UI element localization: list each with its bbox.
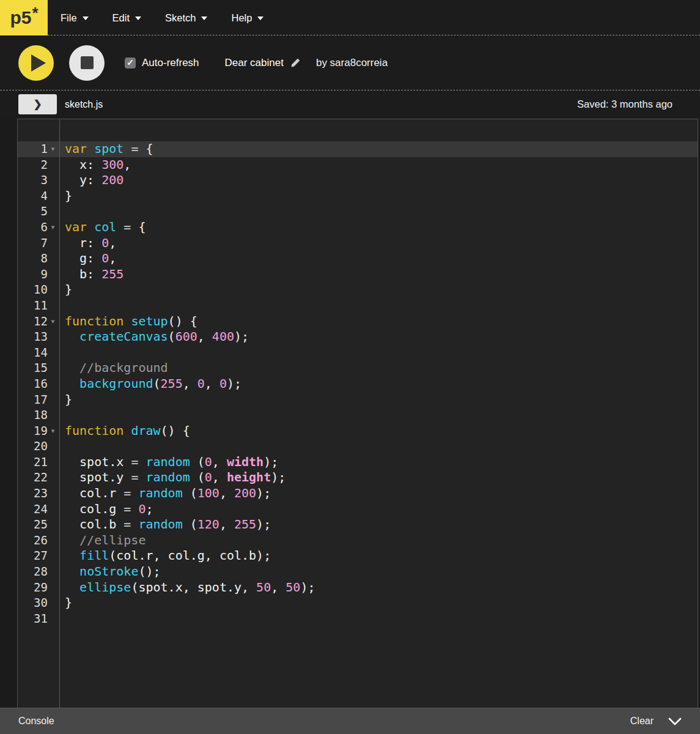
- edit-pencil-icon[interactable]: [290, 57, 301, 68]
- line-number: 4: [41, 188, 48, 204]
- menu-sketch[interactable]: Sketch: [163, 9, 210, 28]
- gutter-cell: 22: [18, 470, 60, 486]
- line-number: 1: [41, 141, 48, 157]
- gutter-cell: 11: [18, 298, 60, 314]
- fold-arrow-icon[interactable]: ▾: [48, 314, 58, 330]
- code-text: }: [60, 392, 72, 408]
- code-line[interactable]: 8 g: 0,: [18, 251, 698, 267]
- chevron-right-icon: ❯: [33, 98, 42, 111]
- tab-sketch-js[interactable]: sketch.js: [65, 99, 103, 110]
- code-line[interactable]: 19▾function draw() {: [18, 423, 698, 439]
- p5-logo[interactable]: p5*: [0, 0, 48, 35]
- code-line[interactable]: 27 fill(col.r, col.g, col.b);: [18, 548, 698, 564]
- play-icon: [31, 54, 46, 72]
- code-line[interactable]: 13 createCanvas(600, 400);: [18, 329, 698, 345]
- code-line[interactable]: 3 y: 200: [18, 172, 698, 188]
- code-line[interactable]: 31: [18, 611, 698, 627]
- checkmark-icon: ✓: [125, 57, 136, 68]
- line-number: 3: [41, 172, 48, 188]
- code-line[interactable]: 12▾function setup() {: [18, 314, 698, 330]
- play-button[interactable]: [18, 45, 54, 81]
- code-text: [60, 407, 65, 423]
- menu-edit[interactable]: Edit: [110, 9, 144, 28]
- code-line[interactable]: 23 col.r = random (100, 200);: [18, 486, 698, 502]
- line-number: 25: [34, 517, 48, 533]
- dropdown-arrow-icon: [135, 17, 141, 20]
- fold-arrow-icon[interactable]: ▾: [48, 220, 58, 235]
- code-text: fill(col.r, col.g, col.b);: [60, 548, 271, 564]
- code-text: //ellipse: [60, 533, 146, 549]
- line-number: 18: [34, 407, 48, 423]
- stop-icon: [81, 56, 94, 69]
- code-line[interactable]: 2 x: 300,: [18, 157, 698, 173]
- code-line[interactable]: 22 spot.y = random (0, height);: [18, 470, 698, 486]
- toolbar: ✓ Auto-refresh Dear cabinet by sara8corr…: [0, 35, 700, 91]
- gutter-cell: 31: [18, 611, 60, 627]
- menu-help[interactable]: Help: [229, 9, 266, 28]
- code-line[interactable]: 20: [18, 439, 698, 454]
- gutter-cell: 21: [18, 454, 60, 470]
- line-number: 31: [34, 611, 48, 627]
- project-name[interactable]: Dear cabinet: [225, 57, 284, 69]
- code-line[interactable]: 18: [18, 407, 698, 423]
- console-header[interactable]: Console Clear: [0, 708, 700, 734]
- fold-arrow-icon[interactable]: ▾: [48, 141, 58, 157]
- author-link[interactable]: by sara8correia: [316, 57, 388, 69]
- line-number: 14: [34, 345, 48, 361]
- code-lines-container: 1▾var spot = {2 x: 300,3 y: 2004}56▾var …: [18, 119, 698, 626]
- gutter-cell: 28: [18, 564, 60, 580]
- code-line[interactable]: 25 col.b = random (120, 255);: [18, 517, 698, 533]
- code-line[interactable]: 6▾var col = {: [18, 220, 698, 235]
- code-line[interactable]: 1▾var spot = {: [18, 141, 698, 157]
- code-line[interactable]: 4}: [18, 188, 698, 204]
- gutter-cell: 8: [18, 251, 60, 267]
- code-line[interactable]: 24 col.g = 0;: [18, 502, 698, 517]
- gutter-cell: 6▾: [18, 220, 60, 235]
- console-clear-button[interactable]: Clear: [630, 716, 654, 727]
- gutter-cell: 5: [18, 204, 60, 220]
- code-line[interactable]: 14: [18, 345, 698, 361]
- code-line[interactable]: 30}: [18, 595, 698, 611]
- code-line[interactable]: 28 noStroke();: [18, 564, 698, 580]
- code-text: y: 200: [60, 172, 123, 188]
- line-number: 21: [34, 454, 48, 470]
- gutter-cell: 25: [18, 517, 60, 533]
- auto-refresh-toggle[interactable]: ✓ Auto-refresh: [125, 57, 199, 69]
- stop-button[interactable]: [69, 45, 105, 81]
- code-line[interactable]: 15 //background: [18, 360, 698, 376]
- code-text: [60, 298, 65, 314]
- line-number: 30: [34, 595, 48, 611]
- code-text: col.g = 0;: [60, 502, 153, 517]
- code-line[interactable]: 16 background(255, 0, 0);: [18, 376, 698, 392]
- code-line[interactable]: 9 b: 255: [18, 267, 698, 283]
- code-line[interactable]: 26 //ellipse: [18, 533, 698, 549]
- menu-help-label: Help: [231, 12, 252, 24]
- code-text: spot.x = random (0, width);: [60, 454, 278, 470]
- code-line[interactable]: 21 spot.x = random (0, width);: [18, 454, 698, 470]
- line-number: 8: [41, 251, 48, 267]
- code-text: [60, 439, 65, 454]
- p5-logo-unsaved-star: *: [32, 5, 38, 21]
- auto-refresh-checkbox[interactable]: ✓: [125, 57, 136, 69]
- console-collapse-chevron-icon[interactable]: [668, 717, 682, 725]
- line-number: 12: [34, 314, 48, 330]
- line-number: 10: [34, 282, 48, 298]
- sidebar-expand-button[interactable]: ❯: [18, 94, 57, 114]
- code-line[interactable]: 10}: [18, 282, 698, 298]
- gutter-cell: 2: [18, 157, 60, 173]
- fold-arrow-icon[interactable]: ▾: [48, 423, 58, 439]
- code-text: function setup() {: [60, 314, 197, 330]
- code-line[interactable]: 11: [18, 298, 698, 314]
- code-line[interactable]: 7 r: 0,: [18, 235, 698, 251]
- code-line[interactable]: 17}: [18, 392, 698, 408]
- code-text: //background: [60, 360, 168, 376]
- code-text: spot.y = random (0, height);: [60, 470, 286, 486]
- code-line[interactable]: 5: [18, 204, 698, 220]
- line-number: 19: [34, 423, 48, 439]
- line-number: 24: [34, 502, 48, 517]
- menu-edit-label: Edit: [112, 12, 130, 24]
- code-text: ellipse(spot.x, spot.y, 50, 50);: [60, 580, 315, 596]
- code-editor[interactable]: 1▾var spot = {2 x: 300,3 y: 2004}56▾var …: [17, 119, 698, 708]
- menu-file[interactable]: File: [58, 9, 91, 28]
- code-line[interactable]: 29 ellipse(spot.x, spot.y, 50, 50);: [18, 580, 698, 596]
